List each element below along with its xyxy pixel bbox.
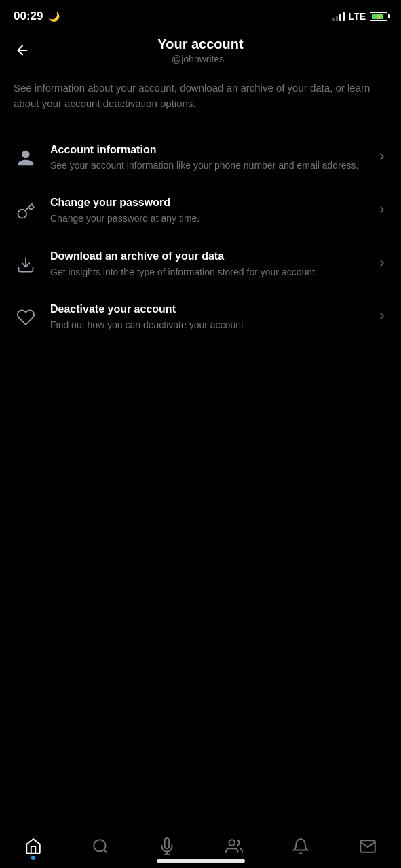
menu-item-change-password-title: Change your password [50,197,364,209]
back-button[interactable] [11,39,34,66]
menu-item-deactivate-account-content: Deactivate your account Find out how you… [50,303,364,332]
nav-item-search[interactable] [80,831,121,861]
signal-bar-1 [332,18,335,21]
svg-point-1 [94,840,105,851]
moon-icon: 🌙 [48,11,60,22]
menu-item-account-information-content: Account information See your account inf… [50,144,364,172]
person-icon [14,146,38,170]
menu-item-download-archive[interactable]: Download an archive of your data Get ins… [0,238,401,291]
nav-item-spaces[interactable] [147,831,187,861]
heart-icon [14,305,38,330]
battery-icon: ⚡ [370,12,387,21]
signal-bar-3 [339,14,341,21]
nav-item-home[interactable] [13,831,54,861]
page-header: Your account @johnwrites_ [0,30,401,74]
nav-item-notifications[interactable] [280,831,321,861]
page-subtitle: @johnwrites_ [11,54,390,64]
key-icon [14,199,38,223]
menu-item-change-password-desc: Change your password at any time. [50,212,364,225]
battery-indicator: ⚡ [370,12,387,21]
menu-item-deactivate-account-desc: Find out how you can deactivate your acc… [50,318,364,332]
chevron-right-icon-2 [377,204,387,218]
menu-item-account-information-desc: See your account information like your p… [50,159,364,172]
menu-item-change-password-content: Change your password Change your passwor… [50,197,364,225]
menu-item-change-password[interactable]: Change your password Change your passwor… [0,184,401,237]
nav-item-messages[interactable] [347,831,388,861]
signal-bar-4 [343,12,345,21]
menu-item-account-information[interactable]: Account information See your account inf… [0,132,401,184]
status-bar: 00:29 🌙 LTE ⚡ [0,0,401,30]
menu-list: Account information See your account inf… [0,132,401,344]
svg-point-5 [229,840,235,846]
status-time: 00:29 [14,9,43,23]
menu-item-account-information-title: Account information [50,144,364,156]
home-nav-dot [31,856,35,860]
chevron-right-icon-3 [377,258,387,271]
signal-bars [332,12,345,21]
battery-bolt: ⚡ [375,13,383,20]
page-description: See information about your account, down… [0,74,401,132]
nav-item-communities[interactable] [214,831,254,861]
menu-item-deactivate-account-title: Deactivate your account [50,303,364,315]
page-title: Your account [11,37,390,52]
menu-item-download-archive-title: Download an archive of your data [50,250,364,262]
chevron-right-icon-4 [377,311,387,324]
menu-item-download-archive-content: Download an archive of your data Get ins… [50,250,364,279]
menu-item-download-archive-desc: Get insights into the type of informatio… [50,265,364,279]
status-icons: LTE ⚡ [332,11,387,22]
lte-label: LTE [349,11,366,22]
download-icon [14,252,38,277]
menu-item-deactivate-account[interactable]: Deactivate your account Find out how you… [0,291,401,344]
home-indicator [157,859,245,863]
signal-bar-2 [336,16,338,21]
chevron-right-icon [377,151,387,165]
header-center: Your account @johnwrites_ [11,37,390,64]
svg-line-2 [104,850,107,853]
